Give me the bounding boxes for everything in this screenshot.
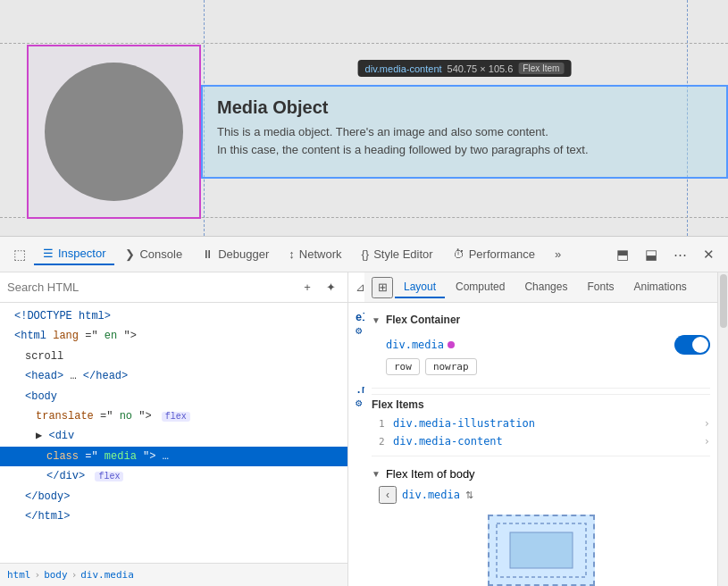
media-text2: In this case, the content is a heading f… (217, 141, 712, 159)
html-close-tag: </html> (25, 510, 70, 523)
flex-item-1-name: div.media-illustration (393, 417, 704, 430)
html-doctype[interactable]: <!DOCTYPE html> (0, 306, 347, 326)
html-attr-val: en (105, 330, 117, 342)
breadcrumb-html[interactable]: html (7, 569, 31, 581)
scrollbar-thumb[interactable] (720, 274, 727, 328)
html-body-close[interactable]: </body> (0, 487, 347, 506)
flex-container-title: Flex Container (386, 314, 460, 326)
pick-element-button[interactable]: ✦ (321, 278, 340, 297)
preview-area: div.media-content 540.75 × 105.6 Flex It… (0, 0, 728, 237)
head-ellipsis: … (70, 370, 76, 382)
doctype-tag: <!DOCTYPE html> (14, 310, 111, 322)
flex-prop-row[interactable]: row (386, 358, 420, 375)
div-media-arrow: ▶ (36, 430, 48, 442)
flex-item-1[interactable]: 1 div.media-illustration › (372, 414, 710, 432)
element-prop-scroll: scroll (356, 339, 364, 358)
debugger-tab-icon: ⏸ (202, 247, 213, 261)
div-close-tag: </div> (46, 470, 85, 482)
flex-item-2-num: 2 (379, 436, 393, 448)
tab-fonts[interactable]: Fonts (578, 277, 623, 298)
right-tabs: ⊞ Layout Computed Changes Fonts Animatio… (364, 272, 717, 303)
flex-element-pill[interactable]: div.media (386, 339, 455, 351)
div-media-tag: <div (48, 430, 74, 442)
right-panel: ⊞ Layout Computed Changes Fonts Animatio… (364, 272, 717, 586)
html-head[interactable]: <head> … </head> (0, 366, 347, 386)
devtools-scrollbar (717, 272, 728, 586)
tab-style-editor[interactable]: {} Style Editor (352, 244, 441, 264)
add-node-button[interactable]: + (297, 278, 317, 297)
html-div-media-container[interactable]: ▶ <div (0, 426, 347, 446)
html-search-bar: + ✦ (0, 272, 347, 303)
html-tree: <!DOCTYPE html> <html lang =" en "> scro… (0, 303, 347, 563)
box-model (488, 515, 595, 586)
html-body[interactable]: <body (0, 387, 347, 406)
tab-performance[interactable]: ⏱ Performance (444, 244, 544, 264)
element-selector[interactable]: element ⚙ { (356, 312, 364, 338)
scroll-text: scroll (25, 350, 63, 363)
html-div-media-selected[interactable]: class =" media "> … (0, 447, 347, 466)
performance-tab-label: Performance (469, 247, 535, 261)
tab-layout[interactable]: Layout (395, 277, 445, 298)
console-tab-icon: ❯ (125, 247, 135, 261)
html-panel: + ✦ <!DOCTYPE html> <html lang =" en "> … (0, 272, 348, 586)
breadcrumb: html › body › div.media (0, 563, 347, 586)
div-class-close: "> (143, 450, 155, 463)
flex-divider (372, 388, 710, 389)
nav-arrow-left[interactable]: ‹ (379, 486, 397, 504)
flex-container-header[interactable]: ▼ Flex Container (372, 310, 710, 330)
layout-content: ▼ Flex Container div.media row nowrap Fl… (364, 303, 717, 586)
flex-toggle[interactable] (674, 335, 710, 355)
html-attr-close: "> (123, 330, 136, 342)
tab-inspector[interactable]: ☰ Inspector (34, 243, 114, 265)
flex-item-1-num: 1 (379, 418, 393, 430)
media-illustration-box (27, 45, 201, 219)
flex-item-2[interactable]: 2 div.media-content › (372, 432, 710, 450)
tab-overflow[interactable]: » (546, 244, 570, 264)
tab-debugger[interactable]: ⏸ Debugger (193, 244, 278, 264)
tab-changes[interactable]: Changes (515, 277, 576, 298)
html-scroll[interactable]: scroll (0, 347, 347, 366)
tab-computed[interactable]: Computed (447, 277, 514, 298)
flex-item-2-arrow: › (704, 435, 710, 448)
close-button[interactable]: ✕ (696, 242, 721, 267)
dock-right-button[interactable]: ⬒ (610, 242, 635, 267)
media-content-box: div.media-content 540.75 × 105.6 Flex It… (201, 85, 728, 179)
flex-item-2-name: div.media-content (393, 435, 704, 448)
html-html-close[interactable]: </html> (0, 506, 347, 526)
flex-prop-nowrap[interactable]: nowrap (425, 358, 477, 375)
html-root[interactable]: <html lang =" en "> (0, 326, 347, 346)
network-tab-label: Network (299, 247, 342, 261)
flex-item-1-arrow: › (704, 417, 710, 430)
tab-network[interactable]: ↕ Network (280, 244, 350, 264)
inspector-tab-label: Inspector (58, 247, 105, 260)
element-rule: element ⚙ { inline scroll } (356, 312, 357, 377)
prop-bg-color: background-color: var(--color-off-white)… (356, 412, 364, 482)
layout-grid-icon[interactable]: ⊞ (372, 277, 393, 298)
filter-icon: ⊿ (356, 280, 364, 294)
inspector-tab-icon: ☰ (43, 247, 54, 260)
network-tab-icon: ↕ (289, 247, 295, 261)
inspector-cursor-icon[interactable]: ⬚ (7, 242, 32, 267)
div-class-val: media (105, 450, 137, 463)
tab-animations[interactable]: Animations (624, 277, 695, 298)
dock-bottom-button[interactable]: ⬓ (639, 242, 664, 267)
toolbar-right-icons: ⬒ ⬓ ⋯ ✕ (610, 242, 721, 267)
search-input[interactable] (7, 280, 292, 294)
element-select-arrows[interactable]: ⇅ (465, 490, 473, 501)
tab-console[interactable]: ❯ Console (116, 244, 191, 264)
preview-content: div.media-content 540.75 × 105.6 Flex It… (27, 45, 728, 219)
element-select[interactable]: div.media (402, 489, 460, 501)
body-flex-badge: flex (162, 412, 190, 422)
html-body-attrs[interactable]: translate =" no "> flex (0, 406, 347, 426)
flex-items-divider (372, 456, 710, 456)
more-options-button[interactable]: ⋯ (667, 242, 692, 267)
html-div-close[interactable]: </div> flex (0, 466, 347, 486)
tooltip-size: 540.75 × 105.6 (448, 63, 514, 74)
breadcrumb-div-media[interactable]: div.media (80, 569, 134, 581)
body-close-tag: </body> (25, 490, 70, 503)
breadcrumb-body[interactable]: body (44, 569, 68, 581)
element-rule-header: element ⚙ { inline (356, 312, 357, 338)
media-selector[interactable]: .media ⚙ { (356, 384, 364, 410)
media-heading: Media Object (217, 97, 712, 118)
html-tag: <html (14, 330, 53, 342)
